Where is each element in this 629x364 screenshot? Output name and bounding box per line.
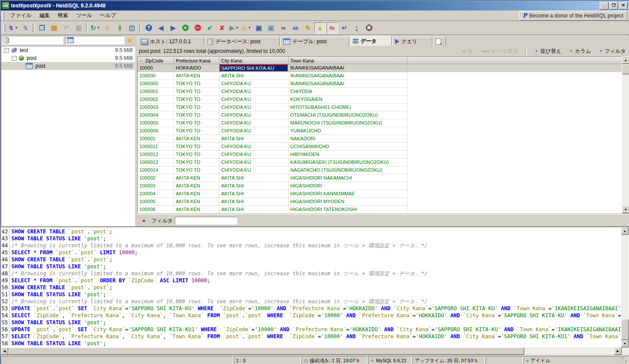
cell-prefecture-kana[interactable]: AKITA KEN <box>174 182 219 190</box>
tab-database[interactable]: データベース: post <box>205 37 280 46</box>
cell-zipcode[interactable]: 1000005 <box>138 119 174 127</box>
database-filter-box[interactable] <box>2 36 63 45</box>
load-sql-file-dropdown-icon[interactable]: ▼ <box>248 26 251 30</box>
disconnect-button[interactable]: ↯ <box>20 22 31 34</box>
cell-city-kana[interactable]: AKITA SHI <box>219 182 288 190</box>
cell-zipcode[interactable]: 100001 <box>138 135 174 143</box>
cell-city-kana[interactable]: CHIYODA KU <box>219 159 288 166</box>
scroll-thumb[interactable] <box>8 347 524 355</box>
wrap-lines-button[interactable]: ↵ <box>339 22 350 34</box>
cell-zipcode[interactable]: 1000014 <box>138 166 174 174</box>
cell-zipcode[interactable]: 1000011 <box>138 143 174 151</box>
cell-city-kana[interactable]: CHIYODA KU <box>219 166 288 174</box>
user-manager-button[interactable]: ☺ <box>102 22 113 34</box>
tab-query[interactable]: クエリ <box>392 37 432 46</box>
cell-prefecture-kana[interactable]: TOKYO TO <box>174 111 219 119</box>
first-record-button[interactable]: ◀ <box>155 22 167 34</box>
next-button[interactable]: ▶▶次 <box>462 48 473 55</box>
menu-search[interactable]: 検索 <box>54 10 72 21</box>
execute-sql-dropdown-icon[interactable]: ▼ <box>236 26 239 30</box>
cell-zipcode[interactable]: 100000 <box>138 72 174 80</box>
sort-button[interactable]: ▼並び替え <box>535 48 561 55</box>
cell-city-kana[interactable]: CHIYODA KU <box>219 127 288 135</box>
scroll-right-button[interactable]: ▶ <box>614 347 622 355</box>
sql-horizontal-scrollbar[interactable]: ◀ ▶ <box>1 347 629 355</box>
restore-button[interactable]: ❐ <box>609 2 618 10</box>
cell-prefecture-kana[interactable]: TOKYO TO <box>174 143 219 151</box>
cell-prefecture-kana[interactable]: AKITA KEN <box>174 174 219 182</box>
cell-prefecture-kana[interactable]: AKITA KEN <box>174 206 219 213</box>
cell-city-kana[interactable]: CHIYODA KU <box>219 104 288 111</box>
cell-prefecture-kana[interactable]: TOKYO TO <box>174 166 219 174</box>
undo-button[interactable]: ↶ <box>61 22 72 34</box>
print-button[interactable]: ▦ <box>73 22 84 34</box>
table-row[interactable]: 100002AKITA KENAKITA SHIHIGASHIDORI NAKA… <box>138 174 629 182</box>
export-rows-button[interactable]: ⇓ <box>114 22 125 34</box>
tab-new-query[interactable] <box>433 37 446 46</box>
column-header-zipcode[interactable]: ▲ZipCode <box>138 57 174 64</box>
insert-row-button[interactable]: + <box>180 22 191 34</box>
last-record-button[interactable]: ▶ <box>167 22 179 34</box>
cell-city-kana[interactable]: AKITA SHI <box>219 190 288 198</box>
refresh-button[interactable]: ↻▼ <box>90 22 101 34</box>
cell-town-kana[interactable]: KOKYOGAIEN <box>288 96 407 104</box>
table-row[interactable]: 100000AKITA KENAKITA SHIIKANIKEISAIGANAI… <box>138 72 629 80</box>
cell-zipcode[interactable]: 100005 <box>138 198 174 206</box>
table-row[interactable]: 1000003TOKYO TOCHIYODA KUHITOTSUBASHI(1-… <box>138 104 629 111</box>
cell-town-kana[interactable]: MARUNOCHI (TSUGINOBIRUONOZOKU) <box>288 119 407 127</box>
cell-city-kana[interactable]: AKITA SHI <box>219 135 288 143</box>
cell-prefecture-kana[interactable]: TOKYO TO <box>174 159 219 166</box>
cell-prefecture-kana[interactable]: TOKYO TO <box>174 119 219 127</box>
table-filter-input[interactable] <box>75 37 124 44</box>
cell-city-kana[interactable]: CHIYODA KU <box>219 111 288 119</box>
tree-expander-icon[interactable]: − <box>4 48 9 53</box>
session-manager-button[interactable]: ↯▼ <box>7 22 19 34</box>
cell-city-kana[interactable]: CHIYODA KU <box>219 88 288 96</box>
load-sql-file-button[interactable]: ▱▼ <box>241 22 252 34</box>
table-row[interactable]: 1000013TOKYO TOCHIYODA KUKASUMIGASEKI (T… <box>138 159 629 166</box>
table-row[interactable]: 100006AKITA KENAKITA SHIHIGASHIDORI TATE… <box>138 206 629 213</box>
cell-town-kana[interactable]: IKANIKEISAIGANAIBAAI <box>288 64 407 72</box>
cell-prefecture-kana[interactable]: AKITA KEN <box>174 135 219 143</box>
menu-tools[interactable]: ツール <box>72 10 96 21</box>
table-row[interactable]: 100004AKITA KENAKITA SHIHIGASHIDORI KANN… <box>138 190 629 198</box>
save-sql-as-button[interactable]: ▣ <box>265 22 277 34</box>
table-row[interactable]: 1000011TOKYO TOCHIYODA KUUCHISAIWAICHO <box>138 143 629 151</box>
cell-city-kana[interactable]: CHIYODA KU <box>219 151 288 159</box>
cell-prefecture-kana[interactable]: AKITA KEN <box>174 190 219 198</box>
table-row[interactable]: 1000006TOKYO TOCHIYODA KUYURAKUCHO <box>138 127 629 135</box>
tab-table[interactable]: テーブル: post <box>280 37 349 46</box>
cell-town-kana[interactable]: CHIYODA <box>288 88 407 96</box>
cell-town-kana[interactable]: NAKADORI <box>288 135 407 143</box>
delete-row-button[interactable]: − <box>192 22 203 34</box>
cell-zipcode[interactable]: 1000003 <box>138 104 174 111</box>
post-changes-button[interactable]: ✔ <box>204 22 215 34</box>
tab-host[interactable]: ホスト: 127.0.0.1 <box>138 37 204 46</box>
find-text-button[interactable]: ∞ <box>278 22 289 34</box>
cell-zipcode[interactable]: 1000004 <box>138 111 174 119</box>
minimize-button[interactable]: _ <box>600 2 608 10</box>
menu-file[interactable]: ファイル <box>6 10 35 21</box>
cell-prefecture-kana[interactable]: TOKYO TO <box>174 104 219 111</box>
cell-city-kana[interactable]: CHIYODA KU <box>219 96 288 104</box>
save-sql-button[interactable]: ▣ <box>253 22 264 34</box>
table-row[interactable]: 1000012TOKYO TOCHIYODA KUHIBIYAKOEN <box>138 151 629 159</box>
cell-town-kana[interactable]: OTEMACHI (TSUGINOBIRUONOZOKU) <box>288 111 407 119</box>
table-row[interactable]: 100003AKITA KENAKITA SHIHIGASHIDORI <box>138 182 629 190</box>
export-database-button[interactable]: ◫ <box>126 22 138 34</box>
columns-button[interactable]: ▼カラム <box>569 48 591 55</box>
stop-process-button[interactable]: ✖ <box>363 22 375 34</box>
cell-prefecture-kana[interactable]: TOKYO TO <box>174 151 219 159</box>
menu-help[interactable]: ヘルプ <box>96 10 120 21</box>
session-manager-dropdown-icon[interactable]: ▼ <box>14 26 18 30</box>
close-filter-icon[interactable]: × <box>142 218 145 223</box>
cell-town-kana[interactable]: KASUMIGASEKI (TSUGINOBIRUONOZOKU) <box>288 159 407 166</box>
cell-zipcode[interactable]: 100002 <box>138 174 174 182</box>
cell-prefecture-kana[interactable]: HOKKAIDO <box>174 64 219 72</box>
cell-city-kana[interactable]: SAPPORO SHI KITA-KU <box>219 64 288 72</box>
cell-city-kana[interactable]: AKITA SHI <box>219 206 288 213</box>
cell-town-kana[interactable]: HIGASHIDORI NAKAMACHI <box>288 174 407 182</box>
cell-prefecture-kana[interactable]: TOKYO TO <box>174 127 219 135</box>
column-header-prefecture-kana[interactable]: Prefecture Kana <box>174 57 219 64</box>
cell-zipcode[interactable]: 1000006 <box>138 127 174 135</box>
